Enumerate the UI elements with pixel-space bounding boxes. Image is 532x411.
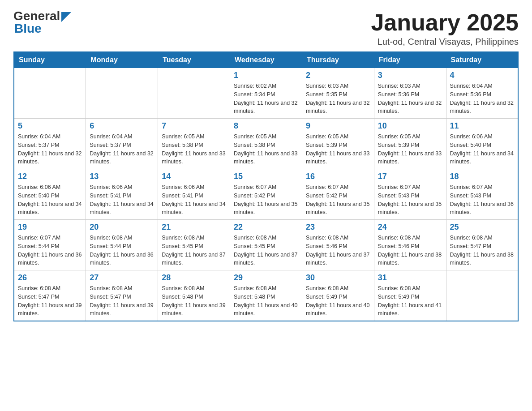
day-info: Sunrise: 6:08 AMSunset: 5:49 PMDaylight:…	[306, 284, 370, 318]
calendar-cell: 27Sunrise: 6:08 AMSunset: 5:47 PMDayligh…	[86, 270, 158, 321]
day-info: Sunrise: 6:08 AMSunset: 5:46 PMDaylight:…	[378, 234, 442, 267]
calendar-cell	[158, 68, 230, 119]
day-number: 20	[90, 223, 154, 232]
page-header: General Blue January 2025 Lut-od, Centra…	[13, 9, 519, 47]
calendar-cell: 12Sunrise: 6:06 AMSunset: 5:40 PMDayligh…	[14, 169, 86, 220]
day-number: 19	[18, 223, 82, 232]
calendar-cell: 1Sunrise: 6:02 AMSunset: 5:34 PMDaylight…	[230, 68, 302, 119]
day-number: 15	[234, 172, 298, 181]
calendar-week-2: 5Sunrise: 6:04 AMSunset: 5:37 PMDaylight…	[14, 119, 518, 169]
logo-triangle-icon	[61, 12, 71, 22]
calendar-week-3: 12Sunrise: 6:06 AMSunset: 5:40 PMDayligh…	[14, 169, 518, 220]
day-info: Sunrise: 6:04 AMSunset: 5:37 PMDaylight:…	[18, 133, 82, 166]
day-number: 26	[18, 273, 82, 283]
calendar-cell: 24Sunrise: 6:08 AMSunset: 5:46 PMDayligh…	[374, 220, 446, 270]
logo: General Blue	[13, 9, 71, 36]
day-info: Sunrise: 6:05 AMSunset: 5:38 PMDaylight:…	[162, 133, 226, 166]
calendar-cell: 10Sunrise: 6:05 AMSunset: 5:39 PMDayligh…	[374, 119, 446, 169]
calendar-cell	[446, 270, 518, 321]
page-title: January 2025	[371, 9, 519, 36]
day-info: Sunrise: 6:06 AMSunset: 5:41 PMDaylight:…	[90, 183, 154, 217]
day-number: 10	[378, 121, 442, 131]
day-info: Sunrise: 6:08 AMSunset: 5:49 PMDaylight:…	[378, 284, 442, 318]
day-info: Sunrise: 6:08 AMSunset: 5:46 PMDaylight:…	[306, 234, 370, 267]
calendar-week-4: 19Sunrise: 6:07 AMSunset: 5:44 PMDayligh…	[14, 220, 518, 270]
day-info: Sunrise: 6:08 AMSunset: 5:48 PMDaylight:…	[234, 284, 298, 318]
calendar-header: SundayMondayTuesdayWednesdayThursdayFrid…	[14, 52, 518, 68]
calendar-cell: 31Sunrise: 6:08 AMSunset: 5:49 PMDayligh…	[374, 270, 446, 321]
calendar-cell: 7Sunrise: 6:05 AMSunset: 5:38 PMDaylight…	[158, 119, 230, 169]
day-info: Sunrise: 6:08 AMSunset: 5:47 PMDaylight:…	[18, 284, 82, 318]
day-info: Sunrise: 6:02 AMSunset: 5:34 PMDaylight:…	[234, 82, 298, 116]
day-number: 17	[378, 172, 442, 181]
weekday-header-thursday: Thursday	[302, 52, 374, 68]
svg-marker-0	[61, 12, 71, 22]
day-info: Sunrise: 6:06 AMSunset: 5:40 PMDaylight:…	[18, 183, 82, 217]
calendar-cell: 14Sunrise: 6:06 AMSunset: 5:41 PMDayligh…	[158, 169, 230, 220]
day-number: 8	[234, 121, 298, 131]
day-info: Sunrise: 6:07 AMSunset: 5:43 PMDaylight:…	[450, 183, 514, 217]
day-number: 18	[450, 172, 514, 181]
day-info: Sunrise: 6:04 AMSunset: 5:36 PMDaylight:…	[450, 82, 514, 116]
calendar-cell: 21Sunrise: 6:08 AMSunset: 5:45 PMDayligh…	[158, 220, 230, 270]
day-number: 7	[162, 121, 226, 131]
logo-blue-text: Blue	[14, 21, 42, 36]
calendar-cell: 25Sunrise: 6:08 AMSunset: 5:47 PMDayligh…	[446, 220, 518, 270]
day-number: 9	[306, 121, 370, 131]
day-number: 12	[18, 172, 82, 181]
calendar-cell: 23Sunrise: 6:08 AMSunset: 5:46 PMDayligh…	[302, 220, 374, 270]
day-number: 5	[18, 121, 82, 131]
day-info: Sunrise: 6:08 AMSunset: 5:44 PMDaylight:…	[90, 234, 154, 267]
calendar-cell: 22Sunrise: 6:08 AMSunset: 5:45 PMDayligh…	[230, 220, 302, 270]
calendar-cell: 9Sunrise: 6:05 AMSunset: 5:39 PMDaylight…	[302, 119, 374, 169]
day-info: Sunrise: 6:07 AMSunset: 5:43 PMDaylight:…	[378, 183, 442, 217]
day-info: Sunrise: 6:08 AMSunset: 5:47 PMDaylight:…	[90, 284, 154, 318]
title-block: January 2025 Lut-od, Central Visayas, Ph…	[371, 9, 519, 47]
day-info: Sunrise: 6:03 AMSunset: 5:35 PMDaylight:…	[306, 82, 370, 116]
calendar-week-1: 1Sunrise: 6:02 AMSunset: 5:34 PMDaylight…	[14, 68, 518, 119]
day-number: 31	[378, 273, 442, 283]
day-number: 28	[162, 273, 226, 283]
calendar-cell: 8Sunrise: 6:05 AMSunset: 5:38 PMDaylight…	[230, 119, 302, 169]
calendar-cell: 17Sunrise: 6:07 AMSunset: 5:43 PMDayligh…	[374, 169, 446, 220]
day-info: Sunrise: 6:06 AMSunset: 5:40 PMDaylight:…	[450, 133, 514, 166]
calendar-cell: 11Sunrise: 6:06 AMSunset: 5:40 PMDayligh…	[446, 119, 518, 169]
day-number: 14	[162, 172, 226, 181]
calendar-cell: 29Sunrise: 6:08 AMSunset: 5:48 PMDayligh…	[230, 270, 302, 321]
day-info: Sunrise: 6:06 AMSunset: 5:41 PMDaylight:…	[162, 183, 226, 217]
day-number: 21	[162, 223, 226, 232]
day-info: Sunrise: 6:07 AMSunset: 5:44 PMDaylight:…	[18, 234, 82, 267]
calendar-cell: 2Sunrise: 6:03 AMSunset: 5:35 PMDaylight…	[302, 68, 374, 119]
calendar-cell	[86, 68, 158, 119]
day-number: 2	[306, 71, 370, 80]
day-number: 25	[450, 223, 514, 232]
day-info: Sunrise: 6:08 AMSunset: 5:48 PMDaylight:…	[162, 284, 226, 318]
day-info: Sunrise: 6:07 AMSunset: 5:42 PMDaylight:…	[234, 183, 298, 217]
day-number: 24	[378, 223, 442, 232]
day-number: 13	[90, 172, 154, 181]
calendar-cell: 19Sunrise: 6:07 AMSunset: 5:44 PMDayligh…	[14, 220, 86, 270]
weekday-header-friday: Friday	[374, 52, 446, 68]
calendar-week-5: 26Sunrise: 6:08 AMSunset: 5:47 PMDayligh…	[14, 270, 518, 321]
calendar-cell	[14, 68, 86, 119]
day-number: 27	[90, 273, 154, 283]
day-info: Sunrise: 6:08 AMSunset: 5:45 PMDaylight:…	[234, 234, 298, 267]
calendar-cell: 26Sunrise: 6:08 AMSunset: 5:47 PMDayligh…	[14, 270, 86, 321]
weekday-header-wednesday: Wednesday	[230, 52, 302, 68]
day-number: 16	[306, 172, 370, 181]
day-number: 11	[450, 121, 514, 131]
calendar-cell: 3Sunrise: 6:03 AMSunset: 5:36 PMDaylight…	[374, 68, 446, 119]
day-info: Sunrise: 6:05 AMSunset: 5:39 PMDaylight:…	[378, 133, 442, 166]
calendar-cell: 18Sunrise: 6:07 AMSunset: 5:43 PMDayligh…	[446, 169, 518, 220]
day-number: 22	[234, 223, 298, 232]
calendar-cell: 6Sunrise: 6:04 AMSunset: 5:37 PMDaylight…	[86, 119, 158, 169]
day-info: Sunrise: 6:07 AMSunset: 5:42 PMDaylight:…	[306, 183, 370, 217]
calendar-table: SundayMondayTuesdayWednesdayThursdayFrid…	[13, 51, 519, 321]
calendar-cell: 16Sunrise: 6:07 AMSunset: 5:42 PMDayligh…	[302, 169, 374, 220]
day-number: 3	[378, 71, 442, 80]
page-subtitle: Lut-od, Central Visayas, Philippines	[371, 37, 519, 47]
day-info: Sunrise: 6:08 AMSunset: 5:47 PMDaylight:…	[450, 234, 514, 267]
weekday-header-saturday: Saturday	[446, 52, 518, 68]
day-number: 23	[306, 223, 370, 232]
day-number: 6	[90, 121, 154, 131]
